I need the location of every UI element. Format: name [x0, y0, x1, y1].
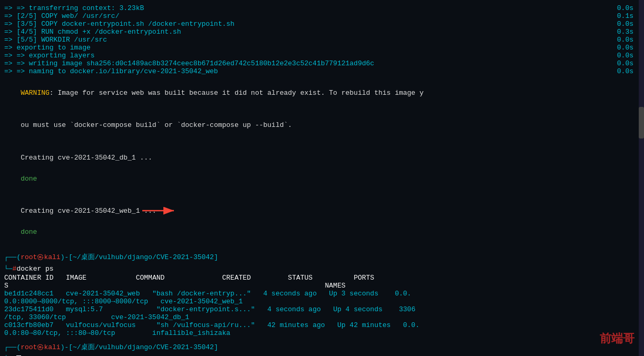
exporting-text: => exporting to image: [4, 44, 91, 52]
prompt-at-2: ㉿: [37, 342, 44, 352]
bracket-close-1: ]: [214, 253, 218, 261]
creating-db-text: Creating cve-2021-35042_db_1 ...: [21, 154, 152, 162]
table-row-2b: /tcp, 33060/tcp cve-2021-35042_db_1: [4, 313, 644, 321]
table-row-1a: be1d1c248cc1 cve-2021-35042_web "bash /d…: [4, 290, 644, 298]
row3-status: Up 42 minutes: [337, 321, 391, 329]
build-line-1: => => transferring context: 3.23kB 0.0s: [4, 4, 644, 12]
build-line-3: => [3/5] COPY docker-entrypoint.sh /dock…: [4, 20, 644, 28]
timing-5: 0.0s: [617, 36, 633, 44]
bracket-mid-1: )-[: [61, 253, 73, 261]
run-chmod-text: => [4/5] RUN chmod +x /docker-entrypoint…: [4, 28, 181, 36]
row3-id: c013cfb80eb7: [4, 321, 54, 329]
row1-command: "bash /docker-entryp...": [152, 290, 251, 298]
row3-name: infallible_ishizaka: [152, 329, 230, 337]
row3-image: vulfocus/vulfocus: [66, 321, 136, 329]
terminal-window: => => transferring context: 3.23kB 0.0s …: [0, 0, 644, 356]
row3-command: "sh /vulfocus-api/ru...": [157, 321, 255, 329]
table-row-1b: 0.0:8000→8000/tcp, :::8000→8000/tcp cve-…: [4, 298, 644, 305]
creating-web-text: Creating cve-2021-35042_web_1 ...: [21, 207, 156, 215]
bracket-open-1: ┌──(: [4, 253, 21, 261]
build-line-4: => [4/5] RUN chmod +x /docker-entrypoint…: [4, 28, 644, 36]
arrow-annotation: [142, 205, 184, 224]
prompt-path-1: ~/桌面/vulhub/django/CVE-2021-35042: [73, 252, 214, 262]
warning-word: WARNING: [21, 89, 50, 97]
build-line-layers: => => exporting layers 0.0s: [4, 52, 644, 60]
row2-id: 23dc175411d0: [4, 305, 54, 313]
row1-image: cve-2021-35042_web: [66, 290, 140, 298]
row1-created: 4 seconds ago: [264, 290, 317, 298]
naming-text: => => naming to docker.io/library/cve-20…: [4, 67, 218, 75]
bracket-mid-2: )-[: [61, 343, 73, 351]
col-ports: PORTS: [354, 274, 374, 282]
row1-name: cve-2021-35042_web_1: [160, 298, 242, 305]
table-row-2a: 23dc175411d0 mysql:5.7 "docker-entrypoin…: [4, 305, 644, 313]
hash-1: #: [13, 265, 17, 273]
done-db: done: [21, 175, 37, 183]
prompt-host-2: kali: [44, 343, 60, 351]
writing-image-text: => => writing image sha256:d0c1489ac8b32…: [4, 60, 374, 67]
scrollbar-thumb[interactable]: [639, 107, 644, 139]
cmd-text-1: docker ps: [16, 265, 53, 273]
timing-8: 0.0s: [617, 60, 633, 67]
row2-status: Up 4 seconds: [333, 305, 383, 313]
prompt-at-1: ㉿: [37, 252, 44, 262]
row1-status: Up 3 seconds: [329, 290, 378, 298]
timing-9: 0.0s: [617, 67, 633, 75]
prompt-host-1: kali: [44, 253, 60, 261]
warning-text-2: ou must use `docker-compose build` or `d…: [21, 121, 292, 129]
copy-entrypoint-text: => [3/5] COPY docker-entrypoint.sh /dock…: [4, 20, 235, 28]
exporting-layers-text: => => exporting layers: [4, 52, 95, 60]
col-status: STATUS: [288, 274, 313, 282]
timing-6: 0.0s: [617, 44, 633, 52]
table-header: CONTAINER ID IMAGE COMMAND CREATED STATU…: [4, 274, 644, 282]
row2-name: cve-2021-35042_db_1: [111, 313, 189, 321]
prompt-cmd-line-1: └─# docker ps: [4, 265, 644, 273]
scrollbar[interactable]: [639, 0, 644, 356]
prompt-user-1: root: [21, 253, 37, 261]
row3-created: 42 minutes ago: [267, 321, 325, 329]
row1-ports1: 0.0.: [395, 290, 411, 298]
transferring-text: => => transferring context: 3.23kB: [4, 4, 144, 12]
creating-web-line: Creating cve-2021-35042_web_1 ... done: [4, 195, 644, 249]
build-line-writing: => => writing image sha256:d0c1489ac8b32…: [4, 60, 644, 67]
build-line-naming: => => naming to docker.io/library/cve-20…: [4, 67, 644, 75]
prompt-2: ┌──(root㉿kali)-[~/桌面/vulhub/django/CVE-2…: [4, 342, 644, 352]
row2-created: 4 seconds ago: [267, 305, 320, 313]
col-image: IMAGE: [66, 274, 86, 282]
timing-3: 0.0s: [617, 20, 633, 28]
col-command: COMMAND: [136, 274, 165, 282]
row3-ports2: 0.0:80→80/tcp, :::80→80/tcp: [4, 329, 115, 337]
prompt-path-2: ~/桌面/vulhub/django/CVE-2021-35042: [73, 342, 214, 352]
prompt-user-2: root: [21, 343, 37, 351]
row3-ports1: 0.0.: [403, 321, 419, 329]
warning-line: WARNING: Image for service web was built…: [4, 77, 644, 109]
done-web: done: [21, 228, 37, 236]
table-header-names: S NAMES: [4, 282, 644, 290]
warning-text-1: : Image for service web was built becaus…: [50, 89, 424, 97]
bracket-open-2: ┌──(: [4, 343, 21, 351]
warning-line-2: ou must use `docker-compose build` or `d…: [4, 109, 644, 141]
row2-ports1: 3306: [399, 305, 415, 313]
timing-2: 0.1s: [617, 12, 633, 20]
prompt-corner-1: └─: [4, 265, 13, 273]
timing-1: 0.0s: [617, 4, 633, 12]
row1-id: be1d1c248cc1: [4, 290, 54, 298]
col-container-id: CONTAINER ID: [4, 274, 54, 282]
table-row-3b: 0.0:80→80/tcp, :::80→80/tcp infallible_i…: [4, 329, 644, 337]
copy-web-text: => [2/5] COPY web/ /usr/src/: [4, 12, 119, 20]
row2-ports2: /tcp, 33060/tcp: [4, 313, 66, 321]
timing-7: 0.0s: [617, 52, 633, 60]
prompt-1: ┌──(root㉿kali)-[~/桌面/vulhub/django/CVE-2…: [4, 252, 644, 262]
build-line-2: => [2/5] COPY web/ /usr/src/ 0.1s: [4, 12, 644, 20]
workdir-text: => [5/5] WORKDIR /usr/src: [4, 36, 107, 44]
row2-image: mysql:5.7: [66, 305, 103, 313]
row2-command: "docker-entrypoint.s...": [157, 305, 255, 313]
timing-4: 0.3s: [617, 28, 633, 36]
creating-db-line: Creating cve-2021-35042_db_1 ... done: [4, 142, 644, 195]
build-line-exporting: => exporting to image 0.0s: [4, 44, 644, 52]
row1-ports2: 0.0:8000→8000/tcp, :::8000→8000/tcp: [4, 298, 148, 305]
watermark: 前端哥: [600, 331, 635, 347]
bracket-close-2: ]: [214, 343, 218, 351]
col-names: NAMES: [325, 282, 346, 290]
col-created: CREATED: [222, 274, 251, 282]
